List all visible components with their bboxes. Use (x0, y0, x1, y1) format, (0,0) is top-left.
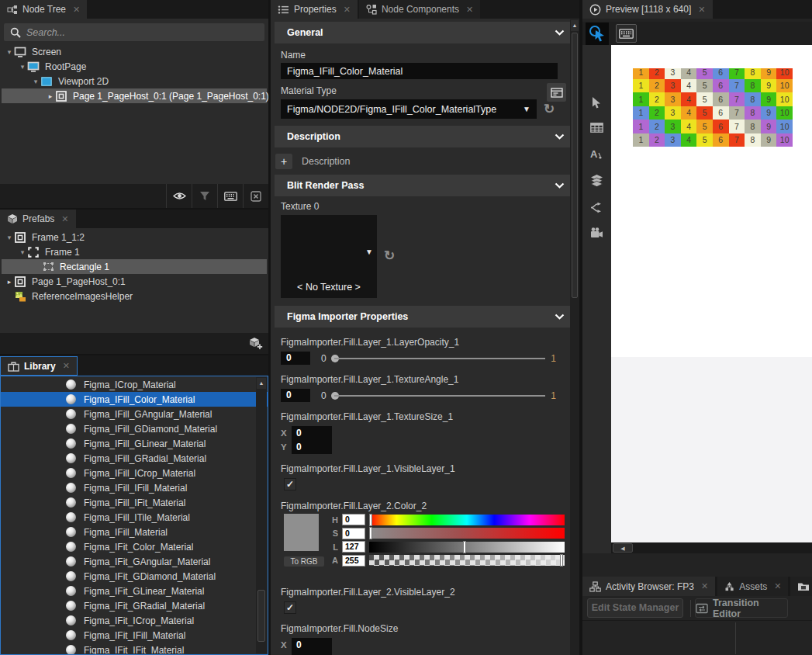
library-item[interactable]: Figma_IFit_IFit_Material (1, 643, 268, 655)
revert-icon[interactable]: ↻ (544, 102, 555, 116)
channel-value-field[interactable]: 127 (342, 541, 365, 553)
library-item[interactable]: Figma_IFit_Color_Material (1, 539, 268, 554)
scrollbar-thumb[interactable] (572, 33, 578, 298)
tab-preview[interactable]: Preview [1118 x 640] ✕ (582, 0, 713, 19)
tab-assets[interactable]: Assets ✕ (717, 577, 788, 596)
clear-button[interactable] (243, 184, 268, 208)
preview-hscrollbar[interactable]: ◀ (611, 542, 812, 553)
sat-bar[interactable] (369, 528, 565, 539)
expand-icon[interactable]: ▸ (5, 278, 14, 286)
close-icon[interactable]: ✕ (61, 214, 68, 224)
library-item[interactable]: Figma_IFill_Color_Material (1, 392, 268, 407)
texture-dropdown[interactable]: ▼ < No Texture > (281, 215, 377, 298)
section-description[interactable]: Description (275, 126, 575, 147)
to-rgb-button[interactable]: To RGB (284, 556, 324, 567)
bar-marker[interactable] (369, 514, 372, 526)
bar-marker[interactable] (369, 527, 372, 539)
visibility-toggle-button[interactable] (166, 184, 192, 208)
close-icon[interactable]: ✕ (774, 581, 781, 591)
library-item[interactable]: Figma_IFit_IFill_Material (1, 628, 268, 643)
close-icon[interactable]: ✕ (466, 5, 473, 15)
library-item[interactable]: Figma_IFill_Material (1, 525, 268, 539)
tab-activity-browser[interactable]: Activity Browser: FP3 ✕ (582, 577, 715, 596)
layers-tool-icon[interactable] (590, 175, 603, 189)
material-type-dropdown[interactable]: Figma/NODE2D/Figma_IFill_Color_MaterialT… (281, 99, 537, 119)
color-swatch[interactable] (284, 514, 319, 551)
section-blit-render-pass[interactable]: Blit Render Pass (275, 175, 575, 196)
library-item[interactable]: Figma_IFill_IFill_Material (1, 480, 268, 495)
filter-button[interactable] (192, 184, 217, 208)
tree-item[interactable]: Rectangle 1 (2, 259, 267, 274)
alpha-bar[interactable] (369, 555, 565, 566)
value-field[interactable]: 0 (281, 389, 310, 402)
expand-icon[interactable]: ▸ (46, 92, 55, 100)
text-tool-icon[interactable]: A (590, 148, 603, 163)
close-icon[interactable]: ✕ (63, 361, 70, 371)
channel-value-field[interactable]: 0 (342, 514, 365, 525)
tree-item[interactable]: ▾Screen (0, 44, 268, 59)
collapse-icon[interactable]: ▾ (31, 78, 40, 85)
tab-asset-packages[interactable]: Asset (790, 577, 812, 596)
tree-item[interactable]: ▾Frame 1_1:2 (0, 230, 268, 244)
tree-item[interactable]: ▾Frame 1 (0, 244, 268, 259)
library-item[interactable]: Figma_IFill_GDiamond_Material (1, 421, 268, 436)
close-icon[interactable]: ✕ (73, 5, 80, 15)
open-material-editor-button[interactable] (547, 83, 566, 102)
value-field[interactable]: 0 (292, 652, 332, 655)
checkbox[interactable]: ✓ (284, 478, 296, 490)
section-figma-importer[interactable]: Figma Importer Properties (275, 306, 575, 328)
scroll-up-icon[interactable]: ▲ (257, 378, 266, 389)
name-field[interactable] (281, 63, 558, 79)
tab-library[interactable]: Library ✕ (0, 356, 78, 376)
lum-bar[interactable] (369, 542, 565, 553)
grid-tool-icon[interactable] (590, 123, 603, 135)
tab-prefabs[interactable]: Prefabs ✕ (0, 210, 76, 228)
bar-marker[interactable] (463, 541, 466, 553)
close-icon[interactable]: ✕ (701, 581, 708, 591)
slider[interactable] (331, 352, 546, 365)
channel-value-field[interactable]: 255 (342, 555, 365, 567)
library-item[interactable]: Figma_IFit_GLinear_Material (1, 584, 268, 598)
connections-tool-icon[interactable] (590, 202, 603, 216)
properties-scrollbar[interactable]: ▲ (570, 19, 579, 655)
value-field[interactable]: 0 (281, 352, 310, 365)
add-prefab-button[interactable] (243, 331, 268, 354)
collapse-icon[interactable]: ▾ (5, 234, 14, 241)
library-item[interactable]: Figma_IFit_ICrop_Material (1, 613, 268, 628)
virtual-keyboard-button[interactable] (616, 24, 637, 43)
value-field[interactable]: 0 (292, 426, 332, 440)
hue-bar[interactable] (369, 515, 565, 525)
select-tool-icon[interactable] (590, 96, 602, 112)
value-field[interactable]: 0 (292, 638, 332, 652)
transition-editor-button[interactable]: Transition Editor (695, 598, 788, 618)
close-icon[interactable]: ✕ (698, 5, 705, 15)
section-general[interactable]: General (275, 22, 575, 43)
library-item[interactable]: Figma_IFill_ICrop_Material (1, 466, 268, 480)
collapse-icon[interactable]: ▾ (18, 63, 27, 71)
library-item[interactable]: Figma_IFill_GAngular_Material (1, 407, 268, 421)
preview-canvas[interactable]: 1234567891012345678910123456789101234567… (611, 45, 812, 542)
edit-state-manager-button[interactable]: Edit State Manager (587, 598, 683, 618)
tree-item[interactable]: ▾Viewport 2D (0, 74, 268, 88)
scrollbar-thumb[interactable] (257, 590, 265, 642)
value-field[interactable]: 0 (292, 440, 332, 454)
scroll-up-icon[interactable]: ▲ (571, 20, 579, 31)
add-description-button[interactable]: + (275, 154, 292, 169)
collapse-icon[interactable]: ▾ (5, 48, 14, 56)
tab-node-tree[interactable]: Node Tree ✕ (0, 0, 87, 19)
library-item[interactable]: Figma_IFill_IFit_Material (1, 495, 268, 510)
library-item[interactable]: Figma_IFill_GLinear_Material (1, 436, 268, 451)
library-item[interactable]: Figma_IFit_GDiamond_Material (1, 569, 268, 584)
close-icon[interactable]: ✕ (344, 5, 351, 15)
library-item[interactable]: Figma_IFill_GRadial_Material (1, 451, 268, 466)
library-item[interactable]: Figma_IFit_GRadial_Material (1, 598, 268, 613)
camera-tool-icon[interactable] (590, 227, 603, 241)
tab-node-components[interactable]: Node Components ✕ (359, 0, 480, 19)
bar-marker[interactable] (560, 554, 563, 567)
slider[interactable] (331, 389, 546, 402)
tree-item[interactable]: ▸Page 1_PageHost_0:1 (Page 1_PageHost_0:… (2, 88, 267, 103)
tab-properties[interactable]: Properties ✕ (271, 0, 358, 19)
checkbox[interactable]: ✓ (284, 601, 296, 614)
scroll-left-icon[interactable]: ◀ (613, 543, 633, 553)
channel-value-field[interactable]: 0 (342, 528, 365, 539)
